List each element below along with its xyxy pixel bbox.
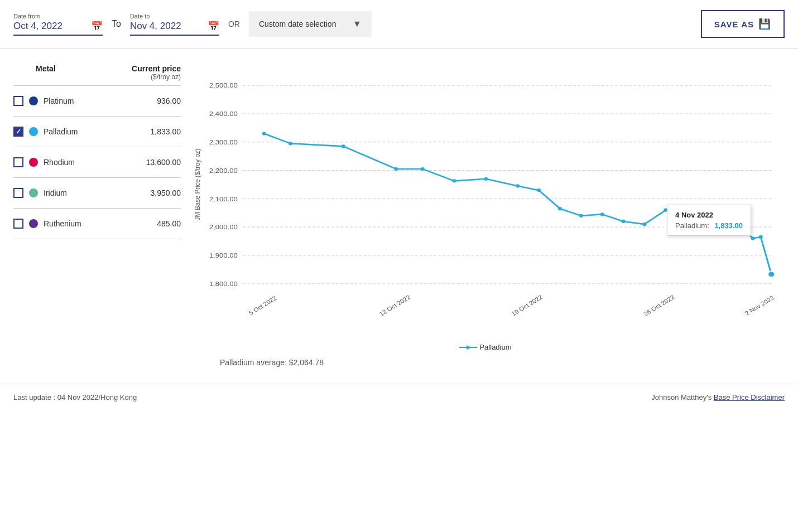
- metal-name: Platinum: [44, 96, 74, 105]
- or-label: OR: [228, 20, 240, 28]
- svg-text:19 Oct 2022: 19 Oct 2022: [510, 294, 544, 317]
- metal-row: Platinum 936.00: [13, 86, 181, 117]
- metal-row-left: Palladium: [13, 127, 78, 137]
- footer: Last update : 04 Nov 2022/Hong Kong John…: [0, 384, 798, 410]
- svg-point-25: [394, 167, 398, 171]
- svg-point-27: [452, 179, 456, 182]
- metal-checkbox[interactable]: [13, 219, 23, 229]
- legend-line-icon: [459, 345, 477, 350]
- col-metal-header: Metal: [36, 64, 56, 81]
- svg-text:2,300.00: 2,300.00: [209, 139, 238, 146]
- metal-price: 13,600.00: [146, 158, 181, 167]
- svg-point-44: [768, 272, 775, 277]
- svg-point-24: [342, 144, 345, 148]
- custom-date-select[interactable]: Custom date selection ▼: [249, 11, 372, 37]
- metal-price: 485.00: [157, 219, 181, 228]
- svg-text:12 Oct 2022: 12 Oct 2022: [378, 294, 411, 317]
- save-as-label: SAVE AS: [714, 20, 754, 29]
- disclaimer-link[interactable]: Base Price Disclaimer: [714, 393, 785, 402]
- date-to-calendar-icon[interactable]: 📅: [208, 21, 219, 32]
- metals-table-header: Metal Current price ($/troy oz): [13, 60, 181, 86]
- svg-point-33: [600, 212, 604, 216]
- metal-name: Palladium: [44, 127, 78, 136]
- svg-text:5 Oct 2022: 5 Oct 2022: [247, 295, 278, 316]
- svg-text:2 Nov 2022: 2 Nov 2022: [743, 294, 775, 317]
- svg-point-26: [421, 167, 425, 171]
- metal-checkbox[interactable]: [13, 188, 23, 198]
- svg-point-22: [262, 132, 266, 135]
- metal-row-left: Iridium: [13, 188, 67, 198]
- metals-panel: Metal Current price ($/troy oz) Platinum…: [13, 60, 181, 367]
- svg-text:JM Base Price ($/troy oz): JM Base Price ($/troy oz): [193, 149, 201, 221]
- svg-text:2,000.00: 2,000.00: [209, 224, 238, 231]
- custom-date-label: Custom date selection: [259, 20, 336, 28]
- legend-palladium: Palladium: [459, 343, 511, 351]
- metal-name: Rhodium: [44, 158, 75, 167]
- svg-point-29: [516, 184, 520, 187]
- svg-text:2,500.00: 2,500.00: [209, 82, 238, 89]
- col-price-header: Current price: [132, 64, 181, 73]
- metal-checkbox[interactable]: [13, 96, 23, 106]
- date-from-calendar-icon[interactable]: 📅: [91, 21, 103, 32]
- svg-text:2,200.00: 2,200.00: [209, 167, 238, 174]
- date-from-value: Oct 4, 2022: [13, 21, 63, 32]
- svg-text:1,800.00: 1,800.00: [209, 280, 238, 288]
- svg-point-42: [751, 236, 754, 240]
- date-from-label: Date from: [13, 13, 103, 20]
- metal-row: Iridium 3,950.00: [13, 178, 181, 209]
- metal-row: Palladium 1,833.00: [13, 117, 181, 147]
- chart-area: 1,800.001,900.002,000.002,100.002,200.00…: [181, 60, 785, 367]
- top-bar: Date from Oct 4, 2022 📅 To Date to Nov 4…: [0, 0, 798, 49]
- svg-point-34: [621, 220, 625, 223]
- svg-marker-46: [467, 345, 472, 350]
- to-label: To: [112, 19, 121, 29]
- date-from-field[interactable]: Date from Oct 4, 2022 📅: [13, 13, 103, 36]
- metal-checkbox[interactable]: [13, 127, 23, 137]
- metal-row-left: Platinum: [13, 96, 74, 106]
- svg-point-41: [738, 224, 742, 227]
- svg-text:2,400.00: 2,400.00: [209, 110, 238, 118]
- col-price-sub-header: ($/troy oz): [132, 73, 181, 81]
- chart-container: 1,800.001,900.002,000.002,100.002,200.00…: [186, 60, 785, 338]
- svg-point-28: [484, 177, 488, 181]
- metal-name: Iridium: [44, 188, 67, 197]
- metal-dot: [29, 96, 38, 105]
- chevron-down-icon: ▼: [353, 19, 362, 29]
- metal-row-left: Rhodium: [13, 157, 75, 167]
- metal-dot: [29, 188, 38, 197]
- metal-price: 936.00: [157, 96, 181, 105]
- metal-price: 3,950.00: [151, 188, 181, 197]
- metal-name: Ruthenium: [44, 219, 81, 228]
- svg-text:26 Oct 2022: 26 Oct 2022: [642, 294, 676, 317]
- metal-row-left: Ruthenium: [13, 219, 81, 229]
- date-to-field[interactable]: Date to Nov 4, 2022 📅: [130, 13, 219, 36]
- metals-rows: Platinum 936.00 Palladium 1,833.00 Rhodi…: [13, 86, 181, 239]
- svg-point-40: [727, 230, 731, 233]
- svg-text:1,900.00: 1,900.00: [209, 252, 238, 259]
- price-chart: 1,800.001,900.002,000.002,100.002,200.00…: [186, 60, 785, 338]
- chart-legend: Palladium: [186, 343, 785, 351]
- date-to-value: Nov 4, 2022: [130, 21, 181, 32]
- metal-checkbox[interactable]: [13, 157, 23, 167]
- svg-point-38: [703, 223, 707, 226]
- metal-row: Ruthenium 485.00: [13, 209, 181, 239]
- svg-point-37: [685, 207, 689, 210]
- metal-dot: [29, 219, 38, 228]
- svg-point-31: [558, 207, 562, 210]
- metal-row: Rhodium 13,600.00: [13, 147, 181, 178]
- date-to-label: Date to: [130, 13, 219, 20]
- disclaimer-prefix: Johnson Matthey's: [651, 393, 714, 402]
- save-as-button[interactable]: SAVE AS 💾: [701, 10, 785, 38]
- legend-label: Palladium: [479, 343, 511, 351]
- metal-dot: [29, 158, 38, 167]
- svg-point-32: [579, 214, 583, 217]
- last-update: Last update : 04 Nov 2022/Hong Kong: [13, 393, 137, 402]
- svg-point-39: [717, 233, 720, 236]
- svg-text:2,100.00: 2,100.00: [209, 195, 238, 202]
- metal-price: 1,833.00: [151, 127, 181, 136]
- metal-dot: [29, 127, 38, 136]
- svg-point-43: [759, 235, 763, 239]
- save-icon: 💾: [758, 18, 771, 30]
- svg-point-30: [537, 188, 541, 192]
- svg-point-35: [642, 223, 646, 226]
